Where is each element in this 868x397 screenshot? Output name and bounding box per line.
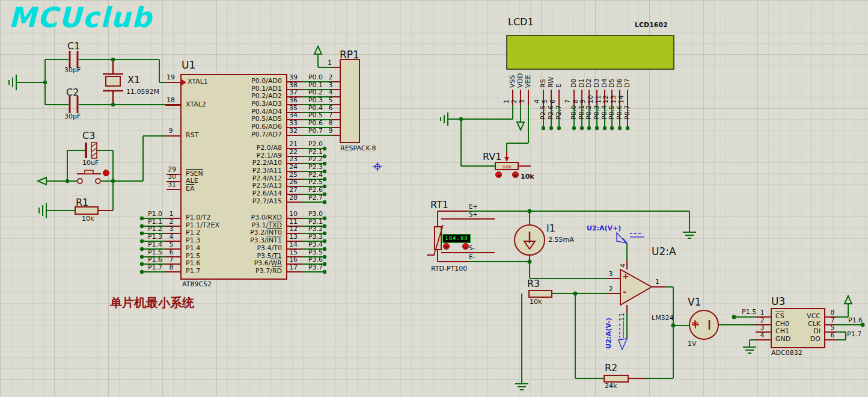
junction-dot (557, 126, 561, 130)
u2a-plus-input-sign: + (622, 272, 629, 281)
net-label: P0.2 (585, 105, 593, 120)
rtd-rt1-body[interactable] (427, 225, 443, 255)
lcd-screen[interactable] (507, 35, 674, 69)
net-label: P2.3 (307, 164, 325, 171)
u1-pin-name: P3.6/WR (222, 260, 282, 267)
u1-pin-name: P1.7 (186, 268, 200, 275)
c2-value: 30pF (64, 113, 81, 120)
u3-pin-number: 5 (827, 324, 839, 331)
u1-pin-number: 17 (289, 264, 298, 271)
net-label: P0.3 (307, 97, 325, 104)
rp1-pin-number: 9 (326, 128, 335, 135)
net-label: P0.0 (307, 74, 325, 81)
rp1-ref: RP1 (340, 49, 359, 61)
wires-power-left (9, 46, 863, 390)
resistor-r2[interactable] (604, 375, 628, 382)
rt1-increment-button[interactable]: ▲ (462, 243, 469, 250)
lcd-pin-name: D5 (608, 79, 616, 88)
net-label: P1.7 (147, 264, 164, 271)
x1-ref: X1 (127, 75, 140, 85)
rp1-pin-number: 5 (326, 97, 335, 104)
u3-pin-number: 3 (756, 324, 768, 331)
u1-pin-name: P3.2/INT0 (222, 229, 282, 236)
lcd-pin-number: 13 (610, 95, 617, 103)
net-label: P1.4 (147, 241, 164, 248)
u1-pin-number: 34 (289, 112, 298, 119)
lcd-pin-name: RS (540, 79, 547, 88)
lcd-pin-number: 10 (587, 95, 594, 103)
c1-ref: C1 (67, 41, 80, 52)
rt1-terminal-eminus: E- (469, 254, 475, 260)
lcd-pin-number: 12 (602, 95, 610, 103)
net-label: P1.0 (147, 211, 164, 218)
u3-pin-number: 6 (827, 332, 839, 339)
net-label: P3.3 (307, 233, 325, 241)
net-label: P2.7 (555, 105, 563, 120)
u1-pin-name: P1.0/T2 (186, 214, 211, 221)
u1-pin-name: RST (186, 132, 198, 139)
rv1-increment-button[interactable]: ► (512, 171, 519, 178)
lcd-pin-number: 7 (564, 99, 572, 103)
lcd-pin-name: D0 (570, 79, 578, 88)
schematic-caption: 单片机最小系统 (110, 295, 194, 311)
junction-dot (549, 126, 553, 130)
resistor-r3[interactable] (529, 291, 552, 297)
capacitor-c2[interactable] (70, 96, 78, 113)
rt1-ref: RT1 (430, 200, 448, 211)
u1-pin-number: 32 (289, 128, 298, 135)
u1-pin-name: P0.7/AD7 (222, 131, 282, 138)
crystal-x1[interactable] (103, 60, 123, 105)
rt1-decrement-button[interactable]: ▼ (443, 243, 450, 250)
junction-dot (595, 126, 599, 130)
u3-pin-name: DI (784, 328, 821, 335)
lcd-pin-number: 3 (519, 99, 526, 103)
net-label: P2.6 (548, 105, 555, 120)
lcd-pin-name: D7 (624, 79, 631, 88)
lcd-pin-number: 14 (618, 95, 625, 103)
u1-pin-name: P0.3/AD3 (222, 100, 282, 108)
junction-dot (572, 126, 576, 130)
origin-marker-icon (373, 162, 382, 171)
lcd-pin-number: 2 (511, 99, 518, 103)
u1-pin-number: 19 (164, 74, 177, 81)
u1-pin-number: 26 (289, 179, 298, 186)
reset-button-actuator[interactable]: ↻ (103, 170, 109, 176)
u1-pin-name: P1.6 (186, 260, 200, 267)
reset-pushbutton[interactable] (77, 170, 101, 183)
net-label: P0.2 (307, 89, 325, 96)
capacitor-c3[interactable] (86, 143, 97, 158)
u1-pin-name: P2.7/A15 (222, 198, 282, 205)
rv1-ref: RV1 (483, 152, 501, 162)
u2a-pin11-number: 11 (619, 313, 626, 321)
net-label: P2.6 (307, 186, 325, 194)
c3-ref: C3 (82, 131, 95, 141)
lcd-pin-name: RW (548, 77, 555, 88)
current-source-i1[interactable] (515, 225, 545, 255)
u2a-pin2-number: 2 (604, 286, 618, 293)
rt1-terminal-eplus: E+ (469, 203, 478, 210)
u2a-vminus-net-label: U2:A(V-) (605, 318, 613, 349)
u3-value: ADC0832 (771, 349, 802, 357)
u1-pin-name: P3.4/T0 (222, 245, 282, 252)
u2a-pin1-number: 1 (655, 279, 659, 286)
rp1-value: RESPACK-8 (340, 145, 376, 152)
rv1-decrement-button[interactable]: ◄ (495, 171, 502, 178)
capacitor-c1[interactable] (70, 51, 78, 68)
respack-rp1-body[interactable] (340, 60, 359, 143)
u1-pin-name: P2.2/A10 (222, 159, 282, 167)
net-label: P1.2 (147, 226, 164, 233)
u1-pin-name: P0.2/AD2 (222, 93, 282, 100)
rp1-pin-number: 2 (326, 74, 335, 81)
rt1-terminal-splus: S+ (469, 211, 478, 218)
u1-value: AT89C52 (182, 281, 212, 288)
u3-pin-number: 8 (827, 309, 839, 316)
rt1-value: RTD-PT100 (431, 265, 467, 272)
net-label: P3.7 (307, 264, 325, 271)
net-label: P3.2 (307, 226, 325, 233)
net-label: P0.5 (307, 112, 325, 119)
c1-value: 30pF (64, 67, 81, 74)
net-label: P0.0 (570, 105, 578, 120)
r2-value: 24k (605, 383, 617, 390)
u1-pin-number: 1 (165, 211, 178, 218)
lcd-pin-name: VDD (517, 73, 524, 88)
